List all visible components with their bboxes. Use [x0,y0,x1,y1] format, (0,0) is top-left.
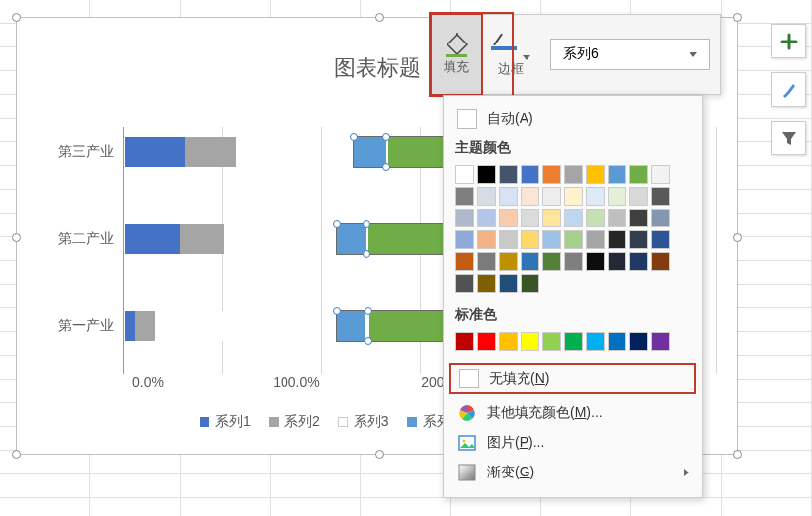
color-swatch[interactable] [521,252,539,271]
color-swatch[interactable] [629,332,648,351]
color-swatch[interactable] [499,274,518,293]
color-swatch[interactable] [499,332,518,351]
resize-handle[interactable] [375,13,384,22]
color-swatch[interactable] [564,209,583,227]
color-swatch[interactable] [651,230,670,249]
gradient-item[interactable]: 渐变(G) [453,458,692,487]
bar-segment[interactable] [354,137,386,167]
fill-button[interactable]: 填充 [430,13,483,96]
color-swatch[interactable] [564,332,583,351]
color-swatch[interactable] [521,274,539,293]
color-swatch[interactable] [586,187,605,206]
selection-point[interactable] [363,220,370,228]
color-swatch[interactable] [586,332,605,351]
color-swatch[interactable] [455,165,474,184]
color-swatch[interactable] [499,252,518,271]
bar-segment[interactable] [125,137,185,167]
color-swatch[interactable] [608,209,626,227]
bar-segment[interactable] [155,311,229,341]
picture-item[interactable]: 图片(P)... [453,428,692,458]
color-swatch[interactable] [521,165,539,184]
color-swatch[interactable] [608,187,626,206]
selection-point[interactable] [333,220,341,228]
selection-point[interactable] [382,133,390,141]
color-swatch[interactable] [542,209,561,227]
color-swatch[interactable] [455,187,474,206]
legend-item[interactable]: 系列1 [200,413,251,431]
resize-handle[interactable] [12,450,21,459]
color-swatch[interactable] [477,274,496,293]
bar-stack[interactable] [124,310,230,342]
color-swatch[interactable] [586,252,605,271]
color-swatch[interactable] [651,252,670,271]
selection-point[interactable] [350,133,358,141]
more-colors-item[interactable]: 其他填充颜色(M)... [453,398,692,428]
bar-segment[interactable] [236,137,238,167]
bar-segment[interactable] [337,311,365,341]
color-swatch[interactable] [477,165,496,184]
color-swatch[interactable] [499,230,518,249]
bar-segment[interactable] [185,137,236,167]
color-swatch[interactable] [455,332,474,351]
legend-item[interactable]: 系列2 [269,413,320,431]
color-swatch[interactable] [651,187,670,206]
color-swatch[interactable] [608,252,626,271]
color-swatch[interactable] [586,230,605,249]
resize-handle[interactable] [733,13,742,22]
fill-auto-item[interactable]: 自动(A) [453,104,692,133]
color-swatch[interactable] [586,165,605,184]
color-swatch[interactable] [455,209,474,227]
bar-stack[interactable] [124,223,231,255]
chart-styles-button[interactable] [771,72,806,107]
resize-handle[interactable] [375,450,384,459]
bar-segment[interactable] [125,311,135,341]
resize-handle[interactable] [733,233,742,242]
color-swatch[interactable] [499,209,518,227]
color-swatch[interactable] [477,209,496,227]
resize-handle[interactable] [12,13,21,22]
color-swatch[interactable] [542,165,561,184]
selection-point[interactable] [365,307,372,315]
color-swatch[interactable] [651,165,670,184]
color-swatch[interactable] [651,209,670,227]
color-swatch[interactable] [455,274,474,293]
chart-filters-button[interactable] [771,121,806,155]
color-swatch[interactable] [586,209,605,227]
color-swatch[interactable] [455,252,474,271]
no-fill-item[interactable]: 无填充(N) [449,363,696,394]
bar-segment[interactable] [125,224,180,254]
color-swatch[interactable] [629,252,648,271]
resize-handle[interactable] [12,233,21,242]
color-swatch[interactable] [521,332,539,351]
color-swatch[interactable] [564,252,583,271]
color-swatch[interactable] [477,252,496,271]
bar-segment[interactable] [337,224,366,254]
color-swatch[interactable] [521,230,539,249]
selection-point[interactable] [365,337,372,345]
color-swatch[interactable] [542,332,561,351]
color-swatch[interactable] [521,209,539,227]
color-swatch[interactable] [564,165,583,184]
color-swatch[interactable] [564,230,583,249]
color-swatch[interactable] [477,230,496,249]
color-swatch[interactable] [651,332,670,351]
color-swatch[interactable] [629,209,648,227]
color-swatch[interactable] [477,187,496,206]
selection-point[interactable] [382,163,390,171]
selection-point[interactable] [363,250,370,258]
color-swatch[interactable] [608,165,626,184]
border-button[interactable]: 边框 [481,15,540,94]
color-swatch[interactable] [629,165,648,184]
color-swatch[interactable] [608,230,626,249]
color-swatch[interactable] [499,187,518,206]
bar-segment[interactable] [180,224,224,254]
color-swatch[interactable] [542,187,561,206]
color-swatch[interactable] [542,252,561,271]
bar-segment[interactable] [135,311,155,341]
color-swatch[interactable] [608,332,626,351]
legend-item[interactable]: 系列3 [338,413,389,431]
chart-elements-button[interactable] [771,24,806,58]
bar-segment[interactable] [224,224,230,254]
selection-point[interactable] [333,307,341,315]
resize-handle[interactable] [733,450,742,459]
